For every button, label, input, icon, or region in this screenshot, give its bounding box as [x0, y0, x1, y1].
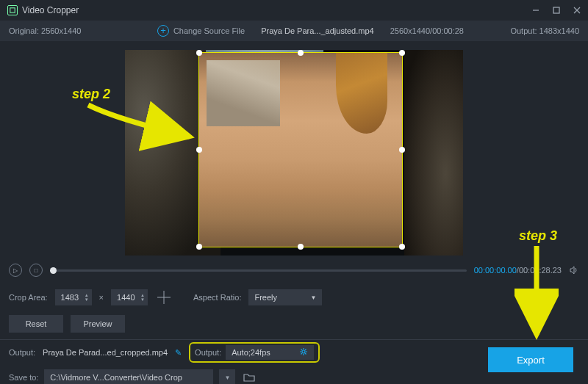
save-path-dropdown[interactable]: ▼: [219, 369, 235, 384]
crop-width-input[interactable]: 1483▲▼: [55, 289, 92, 305]
titlebar: Video Cropper: [0, 0, 588, 21]
play-button[interactable]: ▷: [9, 264, 22, 277]
stop-button[interactable]: □: [29, 264, 43, 277]
time-display: 00:00:00.00/00:00:28.23: [474, 266, 562, 275]
crop-box[interactable]: [198, 52, 403, 247]
aspect-ratio-select[interactable]: Freely▼: [248, 289, 322, 305]
reset-button[interactable]: Reset: [9, 315, 63, 333]
output-settings-highlight: Output: Auto;24fps: [189, 342, 320, 363]
svg-point-7: [302, 350, 305, 353]
crop-area-label: Crop Area:: [9, 293, 48, 302]
crop-handle-bl[interactable]: [196, 244, 202, 250]
annotation-step3: step 3: [519, 228, 557, 244]
plus-icon: +: [157, 25, 169, 37]
crop-handle-ml[interactable]: [196, 147, 202, 153]
output-settings-label: Output:: [195, 348, 221, 357]
playhead[interactable]: [50, 267, 57, 274]
save-path-field[interactable]: C:\Vidmore V...Converter\Video Crop: [44, 369, 213, 384]
timeline-slider[interactable]: [50, 269, 467, 272]
change-source-button[interactable]: + Change Source File: [157, 25, 245, 37]
source-dimensions-duration: 2560x1440/00:00:28: [390, 26, 464, 35]
crop-handle-tr[interactable]: [399, 50, 405, 56]
action-buttons: Reset Preview: [0, 313, 588, 335]
crop-handle-bm[interactable]: [298, 244, 304, 250]
time-current: 00:00:00.00: [474, 266, 517, 275]
annotation-step2: step 2: [72, 87, 110, 102]
center-crop-button[interactable]: [155, 289, 173, 306]
output-settings-field[interactable]: Auto;24fps: [226, 345, 314, 360]
gear-icon[interactable]: [299, 347, 308, 358]
playback-controls: ▷ □ 00:00:00.00/00:00:28.23: [0, 260, 588, 280]
x-separator: ×: [99, 293, 104, 302]
change-source-label: Change Source File: [173, 26, 245, 35]
crop-handle-tm[interactable]: [298, 50, 304, 56]
time-total: 00:00:28.23: [519, 266, 562, 275]
original-dimensions: Original: 2560x1440: [9, 26, 81, 35]
preview-button[interactable]: Preview: [71, 315, 125, 333]
video-frame: [125, 50, 463, 256]
aspect-ratio-label: Aspect Ratio:: [193, 293, 241, 302]
export-button[interactable]: Export: [488, 347, 573, 372]
toolbar: Original: 2560x1440 + Change Source File…: [0, 21, 588, 41]
crop-handle-tl[interactable]: [196, 50, 202, 56]
minimize-button[interactable]: [531, 5, 541, 15]
volume-icon[interactable]: [569, 265, 579, 275]
crop-height-input[interactable]: 1440▲▼: [111, 289, 148, 305]
svg-rect-2: [553, 7, 559, 13]
close-button[interactable]: [572, 5, 582, 15]
crop-settings-row: Crop Area: 1483▲▼ × 1440▲▼ Aspect Ratio:…: [0, 280, 588, 314]
source-filename: Praya De Para..._adjusted.mp4: [261, 26, 373, 35]
output-filename: Praya De Parad...ed_cropped.mp4: [43, 348, 168, 357]
output-label: Output:: [9, 348, 35, 357]
save-to-label: Save to:: [9, 373, 38, 382]
app-icon: [7, 5, 18, 15]
edit-filename-icon[interactable]: ✎: [175, 348, 182, 358]
app-title: Video Cropper: [22, 5, 79, 15]
crop-handle-br[interactable]: [399, 244, 405, 250]
maximize-button[interactable]: [551, 5, 562, 15]
output-dimensions: Output: 1483x1440: [510, 26, 579, 35]
svg-rect-0: [10, 8, 15, 12]
preview-area: [0, 41, 588, 260]
crop-handle-mr[interactable]: [399, 147, 405, 153]
open-folder-button[interactable]: [241, 369, 257, 384]
